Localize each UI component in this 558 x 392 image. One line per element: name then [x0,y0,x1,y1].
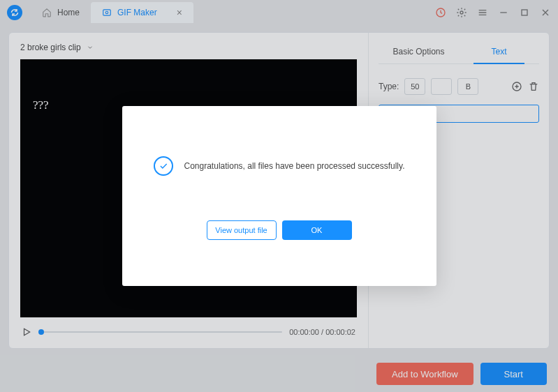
modal-overlay: Congratulations, all files have been pro… [0,0,558,392]
ok-button[interactable]: OK [282,220,352,240]
check-icon [154,156,173,176]
success-dialog: Congratulations, all files have been pro… [122,106,436,286]
view-output-button[interactable]: View output file [207,220,277,240]
dialog-message: Congratulations, all files have been pro… [184,161,405,171]
